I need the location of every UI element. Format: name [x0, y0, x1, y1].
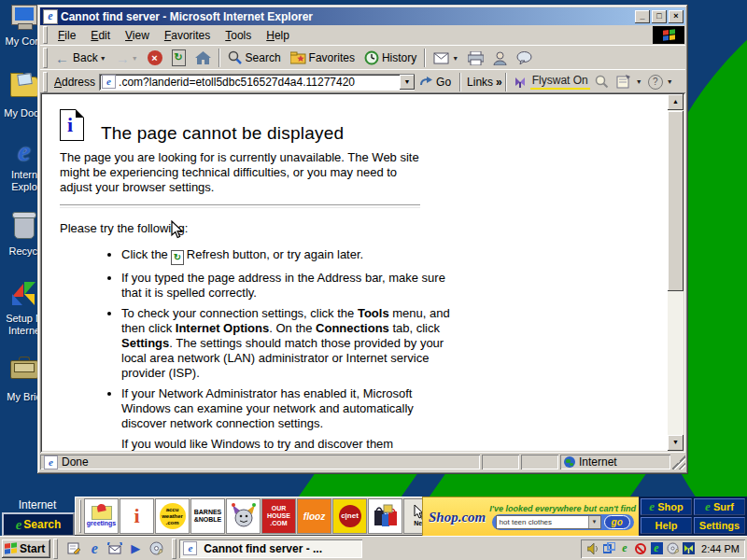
go-label: Go — [436, 76, 451, 89]
favorites-icon — [290, 51, 306, 64]
info-page-icon: i — [60, 109, 84, 141]
shop-banner-ad[interactable]: Shop.com I've looked everywhere but can'… — [422, 497, 641, 538]
standard-toolbar: ← Back ▼ → ▼ × ↻ Search — [40, 45, 685, 70]
start-button[interactable]: Start — [2, 539, 50, 558]
mail-button[interactable]: ▼ — [429, 47, 463, 69]
status-bar: e Done Internet — [40, 451, 685, 471]
status-pane — [521, 455, 558, 469]
taskbar-grip[interactable] — [172, 539, 176, 559]
menu-favorites[interactable]: Favorites — [157, 27, 218, 44]
minimize-button[interactable]: _ — [635, 10, 650, 23]
links-label[interactable]: Links — [464, 76, 496, 89]
menu-file[interactable]: File — [50, 27, 83, 44]
menu-help[interactable]: Help — [259, 27, 297, 44]
edit-person-button[interactable] — [488, 47, 512, 69]
toolbar-grip[interactable] — [43, 48, 48, 69]
tile-flooz[interactable]: flooz — [297, 498, 331, 534]
browser-window: e Cannot find server - Microsoft Interne… — [37, 5, 688, 474]
back-dropdown-icon[interactable]: ▼ — [100, 55, 106, 62]
help-button[interactable]: Help — [641, 517, 692, 534]
home-button[interactable] — [190, 47, 216, 69]
flyswat-tray-icon[interactable] — [682, 542, 695, 555]
launch-ie-icon[interactable]: e — [87, 541, 102, 556]
toolbar-grip[interactable] — [79, 499, 81, 533]
flyswat-notes-icon[interactable] — [616, 75, 631, 89]
status-ie-icon: e — [44, 455, 58, 469]
maximize-button[interactable]: □ — [652, 10, 667, 23]
tile-iwon[interactable]: i — [120, 498, 154, 534]
notes-dropdown-icon[interactable]: ▼ — [636, 78, 642, 85]
flyswat-search-icon[interactable] — [595, 75, 609, 89]
e-on-blue-icon[interactable]: e — [650, 542, 663, 555]
discuss-button[interactable] — [512, 47, 537, 69]
taskbar-grip[interactable] — [53, 539, 58, 559]
status-message-pane: e Done — [40, 455, 480, 469]
tile-123greetings[interactable]: greetings — [84, 498, 119, 534]
forward-dropdown-icon[interactable]: ▼ — [132, 55, 138, 62]
address-input[interactable]: e .com?landerid=etoll5dbc516527d4a4.1127… — [99, 74, 415, 91]
tile-label: c|net — [339, 505, 361, 527]
surf-button[interactable]: e Surf — [694, 498, 745, 515]
banner-query-dropdown[interactable]: hot teen clothes ▼ — [496, 515, 601, 529]
links-chevron-icon[interactable]: » — [496, 76, 502, 89]
scrollbar-thumb[interactable] — [668, 111, 684, 291]
green-e-icon[interactable]: e — [618, 542, 631, 555]
refresh-button[interactable]: ↻ — [167, 47, 190, 69]
flyswat-toggle[interactable]: Flyswat On — [530, 74, 590, 90]
tile-accuweather[interactable]: accu weather .com — [155, 498, 190, 534]
show-desktop-icon[interactable] — [66, 541, 81, 556]
back-button[interactable]: ← Back ▼ — [50, 47, 111, 69]
menu-tools[interactable]: Tools — [218, 27, 259, 44]
forward-button[interactable]: → ▼ — [111, 47, 143, 69]
menu-edit[interactable]: Edit — [83, 27, 118, 44]
taskbar-clock[interactable]: 2:44 PM — [701, 543, 740, 554]
address-bar: Address e .com?landerid=etoll5dbc516527d… — [40, 69, 685, 93]
history-icon — [364, 50, 379, 65]
volume-icon[interactable] — [586, 542, 599, 555]
search-button-panel[interactable]: e Search — [2, 512, 75, 537]
tile-ourhouse[interactable]: OUR HOUSE .COM — [261, 498, 296, 534]
windows-flag-icon — [5, 542, 17, 553]
netmeeting-icon[interactable] — [602, 542, 615, 555]
tile-barnes-noble[interactable]: BARNES &NOBLE — [190, 498, 225, 534]
antivirus-disabled-icon[interactable] — [634, 542, 647, 555]
address-value[interactable]: .com?landerid=etoll5dbc516527d4a4.112774… — [119, 76, 400, 89]
toolbar-grip[interactable] — [43, 72, 48, 92]
title-bar[interactable]: e Cannot find server - Microsoft Interne… — [40, 7, 685, 25]
menu-view[interactable]: View — [118, 27, 157, 44]
recycle-bin-icon — [9, 215, 39, 243]
resize-grip[interactable] — [672, 455, 685, 469]
settings-label: Settings — [699, 520, 740, 531]
go-button[interactable]: Go — [415, 76, 457, 89]
favorites-button[interactable]: Favorites — [286, 47, 359, 69]
scroll-down-button[interactable]: ▼ — [668, 435, 684, 451]
mail-dropdown-icon[interactable]: ▼ — [452, 55, 458, 62]
flyswat-help-icon[interactable]: ? — [648, 75, 663, 90]
search-button[interactable]: Search — [223, 47, 286, 69]
history-button[interactable]: History — [359, 47, 421, 69]
stop-button[interactable]: × — [143, 47, 167, 69]
play-icon: ▶ — [131, 541, 140, 555]
launch-outlook-icon[interactable] — [107, 541, 122, 556]
close-button[interactable]: × — [669, 10, 684, 23]
settings-button[interactable]: Settings — [694, 517, 745, 534]
banner-go-button[interactable]: go — [604, 515, 630, 529]
shop-button[interactable]: e Shop — [641, 498, 692, 515]
print-button[interactable] — [463, 47, 488, 69]
tile-jester[interactable] — [226, 498, 261, 534]
task-button-cannot-find-server[interactable]: e Cannot find server - ... — [179, 539, 362, 558]
scroll-up-button[interactable]: ▲ — [668, 94, 684, 110]
status-pane — [482, 455, 519, 469]
tile-cnet[interactable]: c|net — [332, 498, 367, 534]
tile-shopping-bags[interactable] — [368, 498, 402, 534]
cd-tray-icon[interactable] — [666, 542, 679, 555]
help-dropdown-icon[interactable]: ▼ — [667, 78, 673, 85]
vertical-scrollbar[interactable]: ▲ ▼ — [668, 94, 684, 451]
launch-media-player-icon[interactable]: ▶ — [128, 541, 143, 556]
taskbar: Start e ▶ e Cannot find server - ... — [0, 536, 747, 560]
address-dropdown-button[interactable]: ▼ — [400, 75, 415, 90]
toolbar-separator — [424, 49, 426, 67]
banner-dropdown-icon[interactable]: ▼ — [588, 516, 600, 528]
launch-cd-player-icon[interactable] — [148, 541, 163, 556]
toolbar-grip[interactable] — [43, 26, 48, 44]
